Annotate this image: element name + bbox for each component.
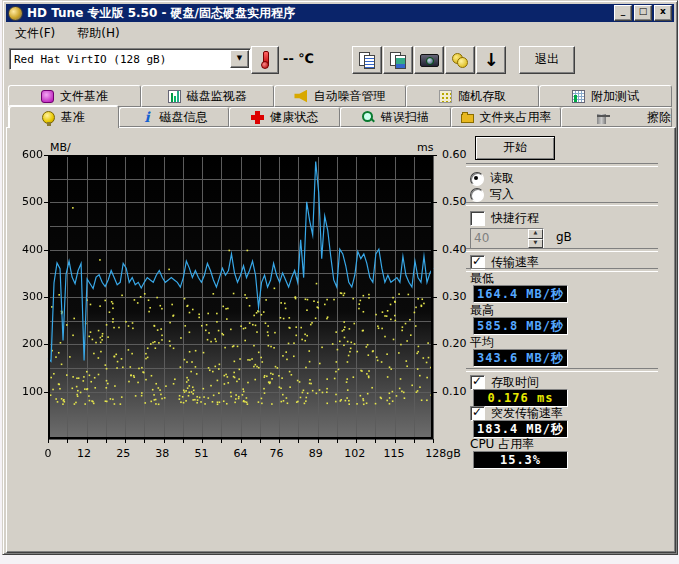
copy-image-icon — [390, 52, 406, 68]
screenshot-icon — [420, 54, 439, 67]
menu-file[interactable]: 文件(F) — [11, 24, 59, 43]
x-axis-tick-label: 102 — [344, 447, 365, 460]
copy-text-icon — [359, 52, 375, 68]
disk-info-icon: i — [141, 111, 154, 124]
stepper-up-icon[interactable]: ▲ — [528, 229, 543, 239]
x-axis-tick-label: 64 — [234, 447, 248, 460]
tab-error-scan[interactable]: 错误扫描 — [340, 107, 451, 127]
screenshot-button[interactable] — [414, 46, 444, 74]
temperature-button[interactable] — [251, 46, 279, 74]
left-axis-tick-label: 600 — [13, 148, 43, 161]
temperature-reading: -- ℃ — [283, 51, 314, 66]
tab-row-primary: 基准 i磁盘信息 健康状态 错误扫描 文件夹占用率 擦除 — [8, 107, 672, 127]
right-axis-tick-label: 0.20 — [442, 337, 467, 350]
divider — [466, 163, 658, 167]
capacity-unit-label: gB — [556, 230, 572, 244]
copy-image-button[interactable] — [383, 46, 413, 74]
short-stroke-checkbox[interactable] — [470, 211, 485, 226]
x-axis-tick-label: 12 — [77, 447, 91, 460]
minimize-button[interactable]: _ — [614, 5, 632, 21]
menu-bar: 文件(F) 帮助(H) — [7, 24, 673, 42]
donate-coins-icon — [452, 53, 468, 67]
save-results-button[interactable]: ↓ — [476, 46, 506, 74]
tab-health[interactable]: 健康状态 — [229, 107, 340, 127]
cpu-usage-display: 15.3% — [473, 451, 568, 469]
error-scan-icon — [362, 111, 375, 124]
drive-select-value: Red Hat VirtIO (128 gB) — [10, 53, 229, 66]
burst-rate-checkbox[interactable] — [470, 406, 485, 421]
window-title: HD Tune 专业版 5.50 - 硬盘/固态硬盘实用程序 — [27, 5, 295, 22]
write-radio-row[interactable]: 写入 — [470, 186, 514, 203]
tab-erase[interactable]: 擦除 — [561, 107, 672, 127]
aam-speaker-icon — [294, 90, 307, 103]
min-speed-display: 164.4 MB/秒 — [473, 285, 568, 303]
tab-folder-usage[interactable]: 文件夹占用率 — [451, 107, 562, 127]
close-button[interactable]: x — [654, 5, 672, 21]
benchmark-page: MB/秒 ms 600500400300200100 0.600.500.400… — [6, 127, 676, 553]
x-axis-tick-label: 38 — [155, 447, 169, 460]
max-speed-display: 585.8 MB/秒 — [473, 317, 568, 335]
title-bar[interactable]: HD Tune 专业版 5.50 - 硬盘/固态硬盘实用程序 _ □ x — [6, 4, 674, 22]
chevron-down-icon[interactable]: ▼ — [230, 50, 249, 68]
short-stroke-capacity-stepper[interactable]: 40 ▲ ▼ — [470, 228, 544, 249]
erase-trash-icon — [597, 114, 606, 124]
right-axis-unit: ms — [417, 141, 433, 154]
x-axis-tick-label: 51 — [194, 447, 208, 460]
x-axis-tick-label: 76 — [270, 447, 284, 460]
disk-monitor-icon — [168, 90, 181, 103]
maximize-button[interactable]: □ — [634, 5, 652, 21]
tab-extra-tests[interactable]: 附加测试 — [539, 85, 672, 107]
file-benchmark-icon — [41, 90, 54, 103]
write-radio[interactable] — [470, 188, 484, 202]
left-axis-tick-label: 200 — [13, 337, 43, 350]
right-axis-tick-label: 0.40 — [442, 243, 467, 256]
start-button[interactable]: 开始 — [475, 136, 555, 160]
right-axis-tick-label: 0.60 — [442, 148, 467, 161]
chart-canvas — [42, 155, 439, 447]
tab-random-access[interactable]: 随机存取 — [406, 85, 539, 107]
tab-benchmark[interactable]: 基准 — [8, 105, 119, 128]
left-axis-tick-label: 500 — [13, 195, 43, 208]
divider — [466, 268, 658, 272]
x-axis-tick-label: 128gB — [425, 447, 461, 460]
random-access-icon — [439, 90, 452, 103]
x-axis-tick-label: 115 — [383, 447, 404, 460]
donate-button[interactable] — [445, 46, 475, 74]
left-axis-tick-label: 100 — [13, 385, 43, 398]
read-radio[interactable] — [470, 172, 484, 186]
divider — [466, 202, 658, 206]
app-icon — [8, 6, 23, 21]
exit-button[interactable]: 退出 — [519, 46, 575, 74]
tab-disk-monitor[interactable]: 磁盘监视器 — [141, 85, 274, 107]
health-cross-icon — [251, 111, 264, 124]
menu-help[interactable]: 帮助(H) — [73, 24, 123, 43]
app-window: HD Tune 专业版 5.50 - 硬盘/固态硬盘实用程序 _ □ x 文件(… — [2, 0, 678, 555]
divider — [466, 368, 658, 372]
divider — [466, 248, 658, 252]
avg-speed-display: 343.6 MB/秒 — [473, 349, 568, 367]
thermometer-icon — [261, 51, 269, 69]
left-axis-tick-label: 300 — [13, 290, 43, 303]
benchmark-bulb-icon — [42, 111, 55, 124]
copy-text-button[interactable] — [352, 46, 382, 74]
x-axis-tick-label: 25 — [116, 447, 130, 460]
folder-usage-icon — [461, 114, 474, 123]
short-stroke-capacity-value: 40 — [471, 229, 528, 248]
right-axis-tick-label: 0.50 — [442, 195, 467, 208]
x-axis-tick-label: 0 — [45, 447, 52, 460]
tab-row-secondary: 文件基准 磁盘监视器 自动噪音管理 随机存取 附加测试 — [8, 85, 672, 107]
save-icon: ↓ — [483, 52, 498, 68]
tab-file-benchmark[interactable]: 文件基准 — [8, 85, 141, 107]
tab-disk-info[interactable]: i磁盘信息 — [119, 107, 230, 127]
right-axis-tick-label: 0.30 — [442, 290, 467, 303]
read-radio-row[interactable]: 读取 — [470, 170, 514, 187]
short-stroke-row[interactable]: 快捷行程 — [470, 210, 539, 227]
drive-select[interactable]: Red Hat VirtIO (128 gB) ▼ — [9, 48, 251, 70]
left-axis-tick-label: 400 — [13, 243, 43, 256]
right-axis-tick-label: 0.10 — [442, 385, 467, 398]
stepper-down-icon[interactable]: ▼ — [528, 239, 543, 249]
x-axis-tick-label: 89 — [309, 447, 323, 460]
extra-tests-icon — [572, 90, 585, 103]
access-time-checkbox[interactable] — [470, 375, 485, 390]
tab-aam[interactable]: 自动噪音管理 — [274, 85, 407, 107]
